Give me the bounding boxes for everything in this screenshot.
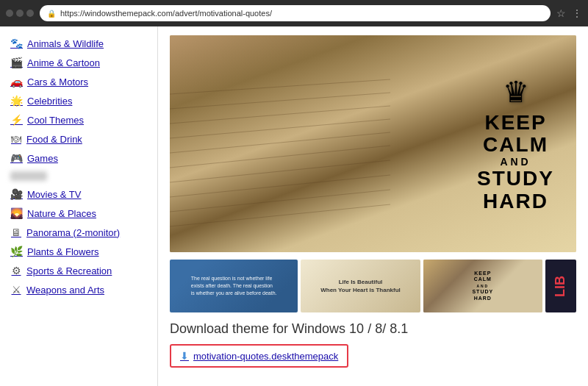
sidebar-item-games[interactable]: 🎮 Games: [0, 149, 157, 168]
sidebar-item-sports-recreation[interactable]: ⚙ Sports & Recreation: [0, 261, 157, 280]
hero-line1: KEEP: [477, 111, 554, 134]
keep-calm-text: KEEP CALM AND STUDY HARD: [477, 111, 554, 213]
sidebar-item-celebrities[interactable]: 🌟 Celebrities: [0, 91, 157, 110]
thumbnail-1[interactable]: The real question is not whether lifeexi…: [170, 260, 298, 312]
menu-icon[interactable]: ⋮: [572, 7, 582, 19]
sidebar-label-weapons-arts: Weapons and Arts: [26, 285, 104, 296]
dot-1: [6, 10, 13, 17]
svg-line-1: [170, 93, 390, 109]
thumbnail-2[interactable]: Life Is BeautifulWhen Your Heart is Than…: [301, 260, 420, 312]
monitor-icon: 🖥: [10, 226, 22, 238]
svg-line-2: [170, 106, 390, 124]
sidebar-item-movies-tv[interactable]: 🎥 Movies & TV: [0, 185, 157, 204]
sidebar-label-sports-recreation: Sports & Recreation: [26, 265, 112, 276]
sidebar-nav: 🐾 Animals & Wildlife 🎬 Anime & Cartoon 🚗…: [0, 26, 158, 386]
sidebar-item-food-drink[interactable]: 🍽 Food & Drink: [0, 129, 157, 149]
download-icon: ⬇: [180, 350, 189, 362]
sidebar-label-cars-motors: Cars & Motors: [27, 76, 88, 87]
sidebar-label-plants-flowers: Plants & Flowers: [27, 246, 99, 257]
page-layout: 🐾 Animals & Wildlife 🎬 Anime & Cartoon 🚗…: [0, 26, 588, 386]
blurred-item: [10, 171, 47, 181]
hero-line5: HARD: [477, 190, 554, 213]
car-icon: 🚗: [10, 76, 23, 87]
sidebar-item-animals-wildlife[interactable]: 🐾 Animals & Wildlife: [0, 34, 157, 53]
sidebar-label-movies-tv: Movies & TV: [27, 189, 81, 200]
thumb-1-text: The real question is not whether lifeexi…: [191, 275, 277, 296]
hero-line2: CALM: [477, 134, 554, 157]
thumb-3-text: KEEPCALMANDSTUDYHARD: [472, 271, 493, 301]
lock-icon: 🔒: [47, 10, 56, 18]
svg-line-9: [170, 204, 390, 226]
download-link-text: motivation-quotes.deskthemepack: [193, 351, 338, 362]
paw-icon: 🐾: [10, 37, 23, 49]
sidebar-item-cool-themes[interactable]: ⚡ Cool Themes: [0, 110, 157, 129]
sports-icon: ⚙: [10, 265, 22, 276]
sidebar-label-panorama: Panorama (2-monitor): [26, 227, 120, 238]
sidebar-label-celebrities: Celebrities: [27, 96, 72, 107]
thumbnail-4[interactable]: LIB: [545, 260, 576, 312]
lightning-icon: ⚡: [10, 114, 23, 126]
sidebar-item-plants-flowers[interactable]: 🌿 Plants & Flowers: [0, 242, 157, 261]
svg-line-0: [170, 79, 390, 94]
sidebar-item-anime-cartoon[interactable]: 🎬 Anime & Cartoon: [0, 53, 157, 72]
food-icon: 🍽: [10, 133, 22, 145]
svg-line-6: [170, 160, 390, 182]
hero-text-overlay: ♛ KEEP CALM AND STUDY HARD: [477, 74, 554, 213]
sidebar-label-food-drink: Food & Drink: [26, 134, 82, 145]
movies-icon: 🎥: [10, 188, 23, 200]
games-icon: 🎮: [10, 152, 23, 164]
window-controls: [6, 10, 34, 17]
address-bar[interactable]: 🔒 https://windowsthemepack.com/advert/mo…: [40, 5, 551, 21]
hero-line4: STUDY: [477, 168, 554, 190]
dot-3: [26, 10, 34, 17]
thumb-4-text: LIB: [553, 276, 568, 297]
plant-icon: 🌿: [10, 246, 23, 257]
sidebar-label-animals-wildlife: Animals & Wildlife: [27, 38, 104, 49]
main-content-area: ♛ KEEP CALM AND STUDY HARD The real ques…: [158, 26, 588, 386]
sidebar-label-cool-themes: Cool Themes: [27, 115, 84, 126]
svg-line-8: [170, 190, 390, 212]
sidebar-label-anime-cartoon: Anime & Cartoon: [27, 57, 100, 68]
browser-toolbar: 🔒 https://windowsthemepack.com/advert/mo…: [0, 0, 588, 26]
thumbnails-row: The real question is not whether lifeexi…: [170, 260, 576, 312]
sidebar-item-blurred[interactable]: [0, 168, 157, 185]
star-icon[interactable]: ☆: [556, 7, 566, 19]
hero-image: ♛ KEEP CALM AND STUDY HARD: [170, 35, 576, 252]
hero-line3: AND: [477, 157, 554, 168]
anime-icon: 🎬: [10, 57, 23, 68]
star-sidebar-icon: 🌟: [10, 95, 23, 107]
nature-icon: 🌄: [10, 207, 23, 219]
browser-action-icons: ☆ ⋮: [556, 7, 582, 19]
sidebar-label-nature-places: Nature & Places: [27, 208, 96, 219]
svg-line-7: [170, 175, 390, 197]
download-title: Download theme for Windows 10 / 8/ 8.1: [170, 321, 576, 337]
thumb-2-text: Life Is BeautifulWhen Your Heart is Than…: [320, 278, 401, 294]
sidebar-item-cars-motors[interactable]: 🚗 Cars & Motors: [0, 72, 157, 91]
thumbnail-3[interactable]: KEEPCALMANDSTUDYHARD: [423, 260, 542, 312]
dot-2: [16, 10, 24, 17]
sidebar-item-panorama[interactable]: 🖥 Panorama (2-monitor): [0, 223, 157, 242]
sidebar-item-nature-places[interactable]: 🌄 Nature & Places: [0, 204, 157, 223]
url-text: https://windowsthemepack.com/advert/moti…: [60, 9, 272, 18]
sidebar-label-games: Games: [27, 153, 58, 164]
weapons-icon: ⚔: [10, 284, 22, 296]
sidebar-item-weapons-arts[interactable]: ⚔ Weapons and Arts: [0, 280, 157, 299]
crown-icon: ♛: [477, 74, 554, 108]
download-link[interactable]: ⬇ motivation-quotes.deskthemepack: [170, 344, 348, 368]
svg-line-5: [170, 146, 390, 168]
